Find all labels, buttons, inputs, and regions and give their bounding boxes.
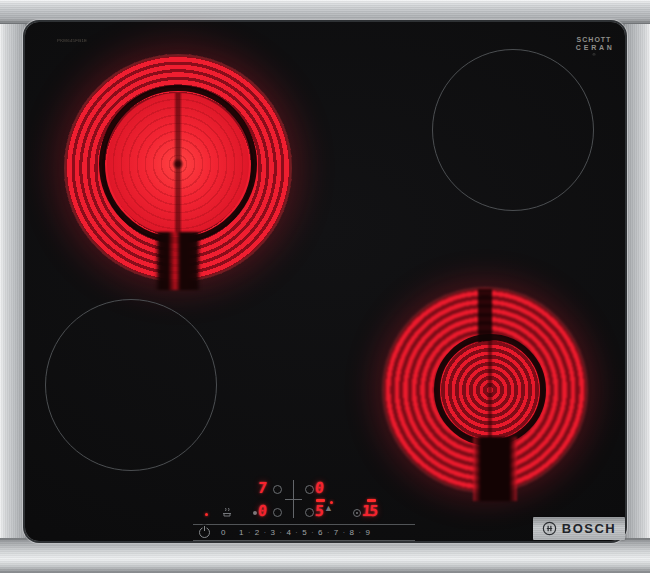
zone-rear-left (64, 54, 292, 282)
brand-plaque: BOSCH (533, 517, 625, 540)
hot-surface-icon: ▲ (324, 503, 333, 514)
slider-separator-dot: · (343, 529, 345, 536)
inner-circuit-disc (107, 93, 249, 235)
slider-level-0[interactable]: 0 (221, 528, 225, 537)
slider-separator-dot: · (264, 529, 266, 536)
frame-right (623, 0, 650, 573)
timer-indicator-bar (367, 499, 376, 502)
frame-left (0, 0, 27, 573)
cooktop: PKM645FB1E SCHOTT C E R A N ® (0, 0, 650, 573)
display-rear-left: 7 (257, 481, 267, 496)
slider-level-4[interactable]: 4 (286, 528, 290, 537)
boost-indicator-bar (316, 499, 325, 502)
slider-level-7[interactable]: 7 (334, 528, 338, 537)
display-divider-horizontal (285, 499, 302, 500)
element-connector (473, 437, 517, 501)
slider-level-5[interactable]: 5 (302, 528, 306, 537)
bosch-logo-icon (542, 521, 557, 536)
zone-front-right (382, 287, 588, 493)
display-rear-right: 0 (314, 481, 324, 496)
zone-rear-right (432, 49, 594, 211)
inner-circuit-disc (441, 341, 539, 439)
clock-icon[interactable] (353, 509, 361, 517)
slider-separator-dot: · (359, 529, 361, 536)
slider-level-2[interactable]: 2 (255, 528, 259, 537)
slider-level-6[interactable]: 6 (318, 528, 322, 537)
brand-name: BOSCH (562, 522, 616, 535)
zone-marker-dot (253, 511, 257, 515)
zone-select-front-right[interactable] (305, 508, 314, 517)
display-timer: 15 (361, 504, 376, 519)
control-panel: 7 0 0 5 ▲ 15 (195, 478, 417, 524)
slider-separator-dot: · (248, 529, 250, 536)
slider-level-8[interactable]: 8 (350, 528, 354, 537)
zone-select-rear-right[interactable] (305, 485, 314, 494)
slider-level-1[interactable]: 1 (239, 528, 243, 537)
display-front-left: 0 (257, 504, 267, 519)
schott-ceran-logo: SCHOTT C E R A N ® (568, 36, 620, 59)
ceran-line1: SCHOTT (568, 36, 620, 44)
zone-front-left (45, 299, 217, 471)
slider-separator-dot: · (280, 529, 282, 536)
ceramic-glass: PKM645FB1E SCHOTT C E R A N ® (25, 22, 625, 541)
slider-level-9[interactable]: 9 (365, 528, 369, 537)
ceran-line2: C E R A N (568, 44, 620, 52)
ceran-submark: ® (576, 52, 612, 57)
slider-separator-dot: · (295, 529, 297, 536)
frame-top (0, 0, 650, 24)
power-level-slider[interactable]: 0 1·2·3·4·5·6·7·8·9 (193, 524, 415, 541)
slider-levels: 1·2·3·4·5·6·7·8·9 (239, 528, 370, 537)
power-icon[interactable] (199, 527, 210, 538)
pan-detect-icon (220, 506, 235, 518)
slider-separator-dot: · (327, 529, 329, 536)
power-indicator-dot (205, 513, 208, 516)
slider-level-3[interactable]: 3 (271, 528, 275, 537)
zone-select-front-left[interactable] (273, 508, 282, 517)
slider-separator-dot: · (311, 529, 313, 536)
model-label: PKM645FB1E (57, 38, 87, 42)
zone-select-rear-left[interactable] (273, 485, 282, 494)
frame-bottom (0, 538, 650, 573)
element-connector (155, 232, 201, 290)
